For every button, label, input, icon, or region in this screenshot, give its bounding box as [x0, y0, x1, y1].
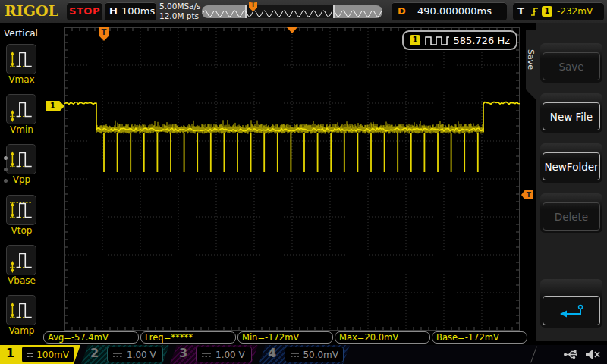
new-folder-button-label: NewFolder [543, 152, 600, 180]
memory-depth: 12.0M pts [159, 11, 201, 21]
rising-edge-icon [530, 5, 539, 17]
run-state-badge: STOP [67, 2, 102, 20]
dc-coupling-icon [112, 351, 123, 359]
page-indicator-dot [4, 168, 8, 171]
waveform-preview-bar[interactable]: T [202, 5, 382, 18]
trigger-label: T [517, 5, 524, 17]
measure-max: Max=20.0mV [335, 331, 430, 344]
measure-item-vbase[interactable]: Vbase [0, 245, 43, 287]
measure-avg: Avg=-57.4mV [43, 331, 139, 344]
vmax-label: Vmax [0, 74, 43, 85]
delay-value: 490.000000ms [417, 5, 492, 17]
save-button-label: Save [543, 52, 600, 80]
vamp-icon [6, 295, 36, 325]
dc-coupling-icon [27, 351, 33, 359]
preview-waveform-icon [202, 5, 382, 18]
measure-min: Min=-172mV [237, 331, 333, 344]
counter-channel-badge: 1 [410, 35, 420, 46]
channel-4-number: 4 [268, 346, 276, 360]
measure-item-vmin[interactable]: Vmin [0, 94, 43, 136]
vmax-icon [6, 44, 36, 74]
dc-coupling-icon [290, 351, 299, 359]
horizontal-label: H [109, 5, 118, 17]
page-indicator-dot [4, 179, 8, 183]
graticule-area [64, 27, 520, 331]
vbase-label: Vbase [0, 275, 43, 286]
measure-item-vmax[interactable]: Vmax [0, 44, 43, 86]
channel-3-number: 3 [179, 346, 187, 360]
channel-1-scale: 100mV [36, 350, 69, 360]
ch1-position-marker[interactable]: 1 [46, 101, 64, 111]
right-soft-menu: Save Save New File NewFolder Delete [536, 23, 607, 341]
channel-4-cell[interactable]: 4 50.0mV [259, 345, 350, 364]
delay-box: D 490.000000ms [392, 2, 507, 20]
new-folder-button[interactable]: NewFolder [540, 143, 602, 183]
trigger-level-value: -232mV [557, 6, 593, 17]
vmin-icon [6, 94, 36, 124]
horizontal-center-marker-icon [287, 27, 297, 33]
page-indicator-dot [4, 156, 8, 160]
measure-item-vtop[interactable]: Vtop [0, 195, 43, 237]
dc-coupling-icon [201, 351, 212, 359]
acquisition-info: 5.00MSa/s 12.0M pts [159, 2, 201, 21]
channel-status-bar: 1 100mV 2 1.00 V 3 [0, 345, 607, 364]
trigger-source-badge: 1 [542, 6, 552, 17]
new-file-button-label: New File [543, 102, 600, 130]
channel-3-scale: 1.00 V [215, 350, 245, 360]
usb-icon [563, 348, 581, 361]
channel-3-cell[interactable]: 3 1.00 V [170, 345, 258, 364]
back-button[interactable] [540, 279, 602, 328]
save-button[interactable]: Save [540, 43, 602, 83]
channel-1-number: 1 [6, 346, 14, 360]
return-arrow-icon [555, 303, 587, 319]
speaker-muted-icon [584, 348, 601, 361]
vmin-label: Vmin [0, 124, 43, 135]
header-bar: RIGOL STOP H 100ms 5.00MSa/s 12.0M pts T… [0, 0, 607, 23]
square-wave-icon [425, 36, 449, 46]
channel-2-cell[interactable]: 2 1.00 V [81, 345, 169, 364]
left-measure-menu: Vertical Vmax [0, 23, 43, 341]
measurement-bar: Avg=-57.4mV Freq=***** Min=-172mV Max=20… [0, 331, 607, 344]
channel-2-number: 2 [90, 346, 99, 360]
sample-rate: 5.00MSa/s [159, 2, 201, 11]
vtop-label: Vtop [0, 225, 43, 236]
delay-label: D [398, 5, 406, 17]
rigol-logo: RIGOL [5, 2, 58, 19]
measure-item-vamp[interactable]: Vamp [0, 295, 43, 337]
status-separator [530, 347, 537, 363]
trigger-level-marker[interactable]: T [521, 190, 533, 199]
measure-base: Base=-172mV [432, 331, 527, 344]
ch1-waveform [64, 27, 520, 331]
channel-1-cell[interactable]: 1 100mV [0, 345, 80, 364]
horizontal-timebase-box[interactable]: H 100ms [105, 2, 156, 20]
vbase-icon [6, 245, 36, 275]
oscilloscope-screen: RIGOL STOP H 100ms 5.00MSa/s 12.0M pts T… [0, 0, 607, 364]
measure-freq: Freq=***** [140, 331, 236, 344]
timebase-value: 100ms [121, 5, 155, 17]
new-file-button[interactable]: New File [540, 93, 602, 133]
trigger-box[interactable]: T 1 -232mV [513, 2, 604, 20]
scope-display: 1 T T 1 585.726 Hz [43, 23, 536, 345]
delete-button[interactable]: Delete [540, 193, 602, 233]
menu-tab: Save [526, 30, 536, 89]
channel-4-scale: 50.0mV [303, 350, 338, 360]
delete-button-label: Delete [543, 202, 600, 231]
channel-2-scale: 1.00 V [127, 350, 156, 360]
left-menu-title: Vertical [4, 28, 38, 39]
vpp-icon [6, 144, 36, 174]
frequency-counter: 1 585.726 Hz [402, 30, 517, 50]
vtop-icon [6, 195, 36, 225]
counter-value: 585.726 Hz [454, 35, 511, 46]
